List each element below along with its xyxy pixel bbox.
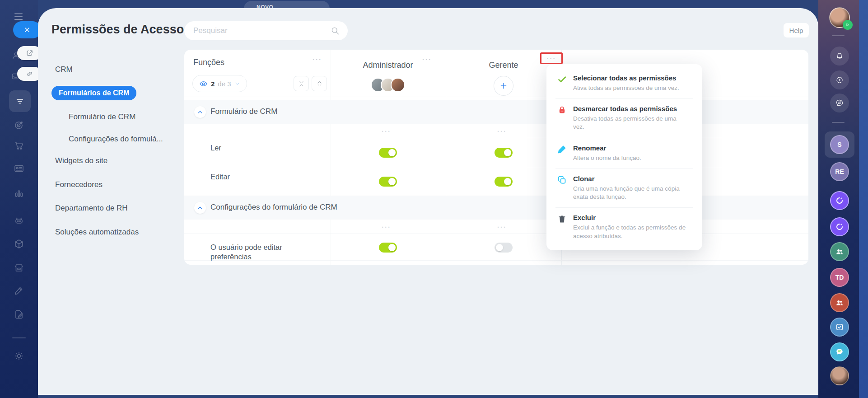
- menu-hamburger-icon[interactable]: [12, 12, 25, 22]
- divider: [832, 122, 845, 123]
- chat-avatar-re[interactable]: RE: [830, 162, 849, 181]
- permission-row: Ler: [184, 138, 808, 167]
- roles-total: de 3: [218, 80, 231, 88]
- collapse-icon: [298, 80, 305, 87]
- menu-item-title: Selecionar todas as permissões: [573, 74, 679, 82]
- permission-row: O usuário pode editar preferências: [184, 234, 808, 261]
- section-collapse-button[interactable]: [194, 106, 206, 118]
- expand-all-button[interactable]: [312, 76, 327, 91]
- external-link-icon: [26, 49, 33, 57]
- avatar-label: TD: [835, 274, 844, 281]
- gear-icon[interactable]: [14, 351, 24, 361]
- bell-icon[interactable]: [830, 47, 849, 66]
- help-button[interactable]: Help: [784, 23, 809, 37]
- context-menu-item-3[interactable]: RenomearAltera o nome da função.: [546, 138, 702, 169]
- menu-item-description: Desativa todas as permissões de uma vez.: [573, 115, 686, 131]
- copilot-icon[interactable]: [830, 217, 849, 236]
- section-title: Formulário de CRM: [210, 107, 277, 116]
- permission-toggle-on[interactable]: [495, 177, 513, 187]
- divider: [832, 35, 845, 36]
- chat-lines-icon[interactable]: [830, 342, 849, 361]
- pencil-outline-icon[interactable]: [14, 285, 24, 296]
- chat-avatar-photo[interactable]: [830, 366, 849, 385]
- permission-label: Ler: [210, 143, 310, 153]
- cell-menu-button[interactable]: ···: [382, 128, 391, 135]
- copilot-icon[interactable]: [830, 191, 849, 210]
- section-subheader-row: ······: [184, 124, 808, 138]
- people-icon[interactable]: [830, 242, 849, 261]
- check-square-icon[interactable]: [830, 318, 849, 337]
- chat-avatar-s[interactable]: S: [830, 135, 849, 154]
- toggle-knob: [504, 149, 511, 156]
- chart-icon[interactable]: [14, 188, 24, 199]
- permissions-panel: Permissões de Acesso Help CRMFormulários…: [38, 8, 818, 395]
- visible-roles-count: 2: [211, 80, 215, 88]
- menu-item-title: Clonar: [573, 175, 686, 183]
- cell-menu-button[interactable]: ···: [497, 128, 507, 135]
- cube-icon[interactable]: [14, 239, 24, 249]
- menu-item-description: Ativa todas as permissões de uma vez.: [573, 84, 679, 92]
- menu-item-description: Cria uma nova função que é uma cópia exa…: [573, 185, 686, 201]
- permission-label: Editar: [210, 172, 310, 182]
- role-visibility-dropdown[interactable]: 2 de 3: [192, 75, 247, 92]
- menu-item-title: Excluir: [573, 214, 686, 221]
- permission-toggle-on[interactable]: [495, 148, 513, 158]
- right-edge-strip: [859, 0, 868, 398]
- section-header: Configurações do formulário de CRM: [184, 196, 808, 220]
- collapse-all-button[interactable]: [294, 76, 309, 91]
- avatar-label: S: [837, 141, 841, 148]
- functions-header: Funções: [193, 58, 224, 67]
- section-subheader-row: ······: [184, 220, 808, 234]
- menu-item-description: Exclui a função e todas as permissões de…: [573, 224, 686, 240]
- link-icon: [26, 70, 33, 78]
- context-menu-item-1[interactable]: Selecionar todas as permissõesAtiva toda…: [546, 68, 702, 98]
- administrador-avatars[interactable]: [371, 78, 405, 92]
- toggle-knob: [504, 178, 511, 185]
- nav-item-5[interactable]: Widgets do site: [55, 156, 107, 165]
- nav-item-8[interactable]: Soluções automatizadas: [55, 228, 139, 237]
- target-icon[interactable]: [14, 120, 24, 131]
- search-input[interactable]: [193, 21, 329, 40]
- add-members-button[interactable]: [494, 76, 513, 96]
- annotation-highlight-gerente-menu-button[interactable]: ···: [540, 52, 563, 64]
- permission-toggle-on[interactable]: [379, 177, 397, 187]
- expand-icon: [316, 80, 323, 87]
- section-title: Configurações do formulário de CRM: [210, 203, 337, 212]
- functions-menu-button[interactable]: ···: [313, 56, 322, 63]
- nav-item-4[interactable]: Configurações do formulá...: [69, 135, 163, 144]
- document-edit-icon[interactable]: [14, 309, 24, 320]
- section-collapse-button[interactable]: [194, 202, 206, 214]
- context-menu-item-2[interactable]: Desmarcar todas as permissõesDesativa to…: [546, 98, 702, 137]
- nav-item-3[interactable]: Formulário de CRM: [69, 112, 135, 122]
- idcard-icon[interactable]: [14, 163, 24, 174]
- administrador-menu-button[interactable]: ···: [422, 56, 432, 63]
- toggle-knob: [496, 244, 503, 251]
- pulse-icon[interactable]: [830, 70, 849, 89]
- status-play-badge: [843, 20, 853, 30]
- lock-icon: [557, 105, 567, 115]
- context-menu-item-5[interactable]: ExcluirExclui a função e todas as permis…: [546, 207, 702, 246]
- permission-toggle-off[interactable]: [495, 243, 513, 253]
- robot-icon[interactable]: [14, 215, 24, 226]
- active-section-tile[interactable]: [9, 90, 31, 112]
- permission-toggle-on[interactable]: [379, 243, 397, 253]
- nav-item-7[interactable]: Departamento de RH: [55, 204, 128, 213]
- close-panel-button[interactable]: [13, 21, 41, 38]
- chat-arrows-icon[interactable]: [830, 94, 849, 112]
- chevron-down-icon: [234, 81, 240, 87]
- nav-item-2[interactable]: Formulários de CRM: [51, 86, 136, 100]
- help-label: Help: [789, 27, 803, 34]
- divider: [12, 337, 26, 338]
- cell-menu-button[interactable]: ···: [497, 224, 507, 230]
- chat-avatar-td[interactable]: TD: [830, 268, 849, 287]
- nav-item-6[interactable]: Fornecedores: [55, 180, 103, 189]
- table-header: Funções ··· 2 de 3 Administrador ···: [184, 50, 808, 97]
- cell-menu-button[interactable]: ···: [382, 224, 391, 230]
- context-menu-item-4[interactable]: ClonarCria uma nova função que é uma cóp…: [546, 169, 702, 207]
- people-icon[interactable]: [830, 293, 849, 312]
- nav-item-1[interactable]: CRM: [55, 65, 73, 74]
- screen: NOVO Permissões de Acesso Help CRMFormul…: [0, 0, 868, 398]
- permission-toggle-on[interactable]: [379, 148, 397, 158]
- cart-icon[interactable]: [14, 140, 24, 151]
- store-icon[interactable]: [14, 262, 24, 273]
